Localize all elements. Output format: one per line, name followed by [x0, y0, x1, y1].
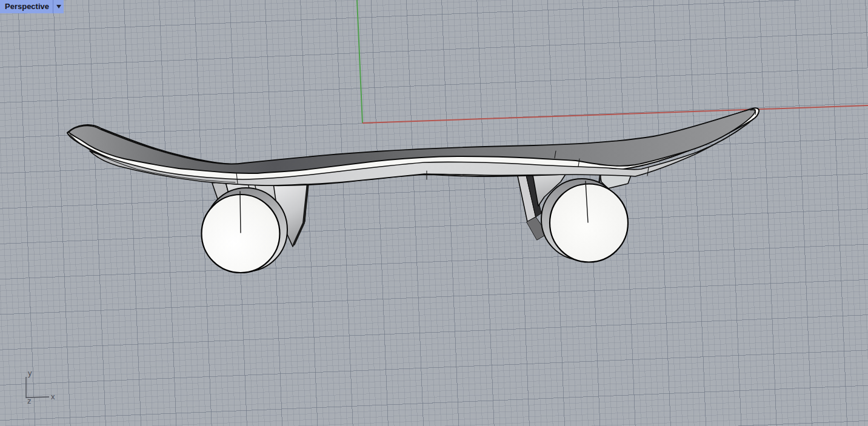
- viewport-perspective: y x z Perspective: [0, 0, 868, 426]
- axis-gizmo: y x z: [26, 368, 55, 405]
- viewport-title-bar[interactable]: Perspective: [0, 0, 64, 13]
- viewport-menu-button[interactable]: [53, 0, 64, 13]
- left-wheel[interactable]: [202, 188, 288, 273]
- skateboard-model[interactable]: [67, 108, 759, 273]
- gizmo-y-label: y: [28, 368, 32, 378]
- y-axis-line: [357, 0, 362, 123]
- gizmo-x-label: x: [51, 392, 55, 401]
- gizmo-z-label: z: [27, 396, 32, 405]
- viewport-title[interactable]: Perspective: [0, 0, 53, 13]
- right-wheel[interactable]: [541, 179, 628, 262]
- left-wheel-spoke-line: [240, 191, 241, 233]
- x-axis-line: [362, 105, 868, 123]
- scene-3d: y x z: [0, 0, 868, 426]
- chevron-down-icon: [56, 5, 61, 8]
